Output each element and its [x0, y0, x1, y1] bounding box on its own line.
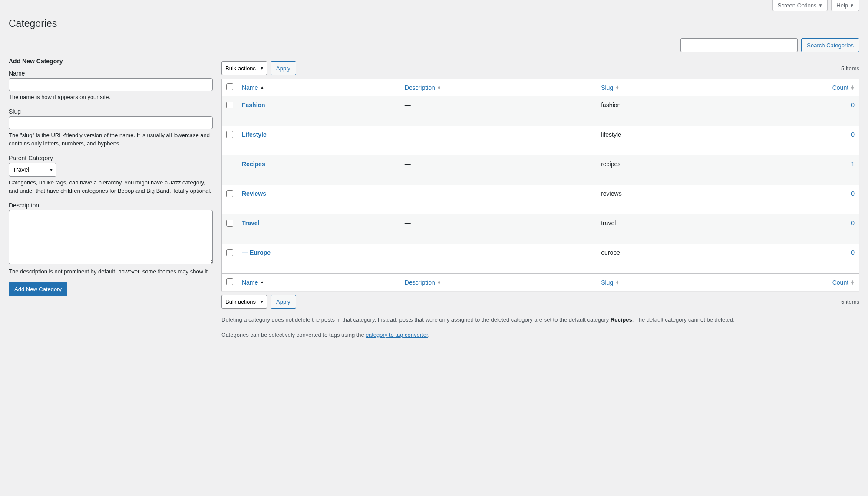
- col-slug-sort-foot[interactable]: Slug▲▼: [601, 279, 619, 286]
- apply-bottom-button[interactable]: Apply: [271, 295, 296, 309]
- table-row: Travel—travel0: [222, 214, 859, 244]
- category-count-link[interactable]: 0: [851, 131, 855, 138]
- table-row: Reviews—reviews0: [222, 185, 859, 214]
- category-name-link[interactable]: Lifestyle: [242, 131, 267, 138]
- sort-indicator-icon: ▲▼: [615, 85, 619, 90]
- category-count-link[interactable]: 0: [851, 190, 855, 197]
- sort-indicator-icon: ▲: [260, 281, 264, 283]
- sort-indicator-icon: ▲▼: [437, 85, 441, 90]
- row-checkbox[interactable]: [226, 131, 233, 138]
- table-row: Lifestyle—lifestyle0: [222, 126, 859, 155]
- category-count-link[interactable]: 0: [851, 220, 855, 227]
- category-description: —: [400, 96, 597, 126]
- items-count-top: 5 items: [841, 65, 859, 72]
- items-count-bottom: 5 items: [841, 299, 859, 305]
- converter-note: Categories can be selectively converted …: [221, 331, 859, 340]
- category-name-link[interactable]: Fashion: [242, 102, 265, 108]
- category-slug: recipes: [597, 155, 724, 185]
- chevron-down-icon: ▼: [818, 3, 822, 8]
- row-checkbox[interactable]: [226, 190, 233, 197]
- category-count-link[interactable]: 0: [851, 249, 855, 256]
- name-help: The name is how it appears on your site.: [9, 93, 213, 102]
- help-button[interactable]: Help ▼: [831, 0, 859, 11]
- description-label: Description: [9, 202, 213, 209]
- col-description-sort[interactable]: Description▲▼: [405, 84, 441, 91]
- col-count-sort-foot[interactable]: Count▲▼: [832, 279, 855, 286]
- category-count-link[interactable]: 0: [851, 102, 855, 108]
- delete-note: Deleting a category does not delete the …: [221, 315, 859, 325]
- category-slug: fashion: [597, 96, 724, 126]
- slug-label: Slug: [9, 108, 213, 115]
- parent-category-select[interactable]: Travel: [9, 163, 56, 177]
- category-description: —: [400, 214, 597, 244]
- search-input[interactable]: [680, 38, 798, 52]
- category-description: —: [400, 155, 597, 185]
- row-checkbox[interactable]: [226, 102, 233, 108]
- table-row: — Europe—europe0: [222, 244, 859, 273]
- category-slug: travel: [597, 214, 724, 244]
- col-name-sort[interactable]: Name▲: [242, 84, 264, 91]
- category-count-link[interactable]: 1: [851, 161, 855, 168]
- name-field[interactable]: [9, 78, 213, 91]
- col-slug-sort[interactable]: Slug▲▼: [601, 84, 619, 91]
- table-row: Fashion—fashion0: [222, 96, 859, 126]
- category-name-link[interactable]: — Europe: [242, 249, 271, 256]
- row-checkbox[interactable]: [226, 220, 233, 227]
- form-heading: Add New Category: [9, 58, 213, 65]
- screen-options-label: Screen Options: [778, 2, 817, 9]
- category-slug: europe: [597, 244, 724, 273]
- help-label: Help: [836, 2, 848, 9]
- bulk-actions-top-select[interactable]: Bulk actions: [221, 61, 267, 75]
- category-slug: reviews: [597, 185, 724, 214]
- select-all-top-checkbox[interactable]: [226, 83, 233, 90]
- name-label: Name: [9, 70, 213, 77]
- col-description-sort-foot[interactable]: Description▲▼: [405, 279, 441, 286]
- select-all-bottom-checkbox[interactable]: [226, 278, 233, 285]
- category-description: —: [400, 244, 597, 273]
- row-checkbox[interactable]: [226, 249, 233, 256]
- sort-indicator-icon: ▲▼: [615, 280, 619, 285]
- sort-indicator-icon: ▲▼: [437, 280, 441, 285]
- sort-indicator-icon: ▲▼: [851, 280, 855, 285]
- page-title: Categories: [9, 18, 859, 30]
- table-row: Recipes—recipes1: [222, 155, 859, 185]
- description-field[interactable]: [9, 210, 213, 264]
- search-categories-button[interactable]: Search Categories: [801, 38, 859, 52]
- category-to-tag-converter-link[interactable]: category to tag converter: [366, 332, 428, 338]
- category-slug: lifestyle: [597, 126, 724, 155]
- screen-options-button[interactable]: Screen Options ▼: [772, 0, 828, 11]
- sort-indicator-icon: ▲▼: [851, 85, 855, 90]
- category-name-link[interactable]: Recipes: [242, 161, 265, 168]
- category-name-link[interactable]: Travel: [242, 220, 259, 227]
- col-name-sort-foot[interactable]: Name▲: [242, 279, 264, 286]
- add-category-button[interactable]: Add New Category: [9, 282, 67, 296]
- category-name-link[interactable]: Reviews: [242, 190, 266, 197]
- slug-field[interactable]: [9, 116, 213, 129]
- col-count-sort[interactable]: Count▲▼: [832, 84, 855, 91]
- apply-top-button[interactable]: Apply: [271, 61, 296, 75]
- chevron-down-icon: ▼: [850, 3, 854, 8]
- description-help: The description is not prominent by defa…: [9, 267, 213, 276]
- parent-category-help: Categories, unlike tags, can have a hier…: [9, 178, 213, 195]
- bulk-actions-bottom-select[interactable]: Bulk actions: [221, 295, 267, 309]
- parent-category-label: Parent Category: [9, 154, 213, 161]
- category-description: —: [400, 185, 597, 214]
- sort-indicator-icon: ▲: [260, 86, 264, 89]
- category-description: —: [400, 126, 597, 155]
- slug-help: The "slug" is the URL-friendly version o…: [9, 131, 213, 148]
